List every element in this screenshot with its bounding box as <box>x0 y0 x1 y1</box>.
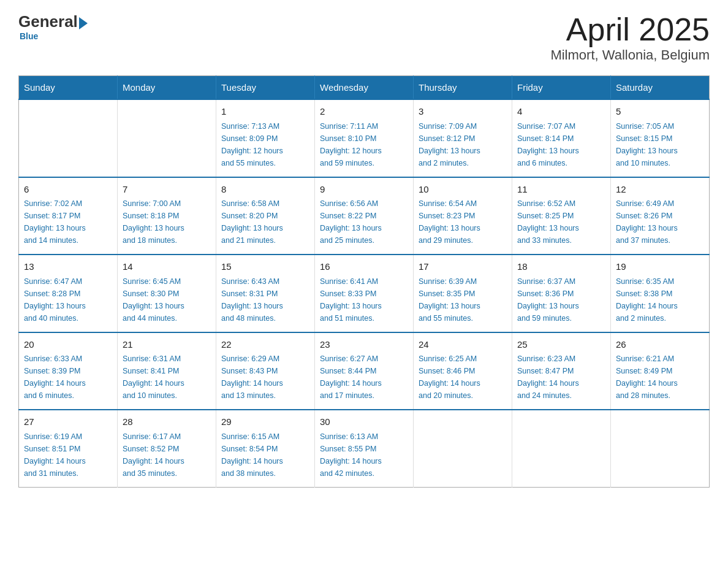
day-number: 27 <box>24 415 112 429</box>
day-info: Sunrise: 6:52 AMSunset: 8:25 PMDaylight:… <box>517 197 605 247</box>
day-info: Sunrise: 6:45 AMSunset: 8:30 PMDaylight:… <box>123 275 211 324</box>
calendar-cell <box>611 410 710 487</box>
day-number: 8 <box>221 183 309 197</box>
calendar-cell: 11Sunrise: 6:52 AMSunset: 8:25 PMDayligh… <box>512 177 611 255</box>
day-number: 21 <box>123 338 211 352</box>
day-number: 4 <box>517 105 605 119</box>
day-number: 12 <box>616 183 704 197</box>
calendar-cell: 12Sunrise: 6:49 AMSunset: 8:26 PMDayligh… <box>611 177 710 255</box>
calendar-cell: 7Sunrise: 7:00 AMSunset: 8:18 PMDaylight… <box>118 177 216 255</box>
header-day-friday: Friday <box>512 76 611 100</box>
day-number: 11 <box>517 183 605 197</box>
calendar-cell: 2Sunrise: 7:11 AMSunset: 8:10 PMDaylight… <box>315 99 414 177</box>
day-number: 18 <box>517 260 605 274</box>
calendar-cell: 20Sunrise: 6:33 AMSunset: 8:39 PMDayligh… <box>19 332 118 410</box>
calendar-cell: 28Sunrise: 6:17 AMSunset: 8:52 PMDayligh… <box>118 410 216 487</box>
day-info: Sunrise: 6:25 AMSunset: 8:46 PMDaylight:… <box>419 353 507 402</box>
calendar-cell: 4Sunrise: 7:07 AMSunset: 8:14 PMDaylight… <box>512 99 611 177</box>
calendar-cell: 15Sunrise: 6:43 AMSunset: 8:31 PMDayligh… <box>216 255 315 332</box>
calendar-cell: 25Sunrise: 6:23 AMSunset: 8:47 PMDayligh… <box>512 332 611 410</box>
day-info: Sunrise: 7:02 AMSunset: 8:17 PMDaylight:… <box>24 197 112 247</box>
day-info: Sunrise: 6:37 AMSunset: 8:36 PMDaylight:… <box>517 275 605 324</box>
day-info: Sunrise: 6:39 AMSunset: 8:35 PMDaylight:… <box>419 275 507 324</box>
day-info: Sunrise: 7:11 AMSunset: 8:10 PMDaylight:… <box>320 120 408 169</box>
day-info: Sunrise: 6:17 AMSunset: 8:52 PMDaylight:… <box>123 431 211 480</box>
header-day-thursday: Thursday <box>414 76 512 100</box>
calendar-cell: 9Sunrise: 6:56 AMSunset: 8:22 PMDaylight… <box>315 177 414 255</box>
calendar-cell: 8Sunrise: 6:58 AMSunset: 8:20 PMDaylight… <box>216 177 315 255</box>
title-block: April 2025 Milmort, Wallonia, Belgium <box>550 12 710 63</box>
day-info: Sunrise: 6:43 AMSunset: 8:31 PMDaylight:… <box>221 275 309 324</box>
calendar-cell <box>414 410 512 487</box>
day-info: Sunrise: 6:56 AMSunset: 8:22 PMDaylight:… <box>320 197 408 247</box>
day-number: 14 <box>123 260 211 274</box>
day-info: Sunrise: 6:27 AMSunset: 8:44 PMDaylight:… <box>320 353 408 402</box>
logo-general-text: General <box>18 12 78 31</box>
day-number: 2 <box>320 105 408 119</box>
calendar-week-3: 13Sunrise: 6:47 AMSunset: 8:28 PMDayligh… <box>19 255 710 332</box>
calendar-cell: 22Sunrise: 6:29 AMSunset: 8:43 PMDayligh… <box>216 332 315 410</box>
page-subtitle: Milmort, Wallonia, Belgium <box>550 47 710 63</box>
day-info: Sunrise: 6:47 AMSunset: 8:28 PMDaylight:… <box>24 275 112 324</box>
header-row: SundayMondayTuesdayWednesdayThursdayFrid… <box>19 76 710 100</box>
calendar-cell: 29Sunrise: 6:15 AMSunset: 8:54 PMDayligh… <box>216 410 315 487</box>
day-info: Sunrise: 7:00 AMSunset: 8:18 PMDaylight:… <box>123 197 211 247</box>
calendar-cell <box>118 99 216 177</box>
calendar-cell: 3Sunrise: 7:09 AMSunset: 8:12 PMDaylight… <box>414 99 512 177</box>
day-info: Sunrise: 6:23 AMSunset: 8:47 PMDaylight:… <box>517 353 605 402</box>
calendar-cell: 14Sunrise: 6:45 AMSunset: 8:30 PMDayligh… <box>118 255 216 332</box>
page-title: April 2025 <box>550 12 710 47</box>
calendar-cell: 27Sunrise: 6:19 AMSunset: 8:51 PMDayligh… <box>19 410 118 487</box>
day-info: Sunrise: 6:33 AMSunset: 8:39 PMDaylight:… <box>24 353 112 402</box>
day-number: 13 <box>24 260 112 274</box>
calendar-cell: 24Sunrise: 6:25 AMSunset: 8:46 PMDayligh… <box>414 332 512 410</box>
day-number: 1 <box>221 105 309 119</box>
calendar-cell: 17Sunrise: 6:39 AMSunset: 8:35 PMDayligh… <box>414 255 512 332</box>
calendar-body: 1Sunrise: 7:13 AMSunset: 8:09 PMDaylight… <box>19 99 710 487</box>
day-number: 3 <box>419 105 507 119</box>
header-day-saturday: Saturday <box>611 76 710 100</box>
day-info: Sunrise: 7:07 AMSunset: 8:14 PMDaylight:… <box>517 120 605 169</box>
day-number: 26 <box>616 338 704 352</box>
calendar-cell: 30Sunrise: 6:13 AMSunset: 8:55 PMDayligh… <box>315 410 414 487</box>
calendar-cell <box>19 99 118 177</box>
logo-blue-text: Blue <box>20 31 38 41</box>
day-number: 16 <box>320 260 408 274</box>
day-number: 7 <box>123 183 211 197</box>
logo: General Blue <box>18 12 88 41</box>
logo-arrow-icon <box>79 17 88 29</box>
calendar-cell: 19Sunrise: 6:35 AMSunset: 8:38 PMDayligh… <box>611 255 710 332</box>
calendar-header: SundayMondayTuesdayWednesdayThursdayFrid… <box>19 76 710 100</box>
header-day-wednesday: Wednesday <box>315 76 414 100</box>
day-number: 19 <box>616 260 704 274</box>
calendar-week-5: 27Sunrise: 6:19 AMSunset: 8:51 PMDayligh… <box>19 410 710 487</box>
day-info: Sunrise: 6:58 AMSunset: 8:20 PMDaylight:… <box>221 197 309 247</box>
calendar-cell: 23Sunrise: 6:27 AMSunset: 8:44 PMDayligh… <box>315 332 414 410</box>
day-info: Sunrise: 6:21 AMSunset: 8:49 PMDaylight:… <box>616 353 704 402</box>
day-number: 20 <box>24 338 112 352</box>
day-number: 23 <box>320 338 408 352</box>
day-info: Sunrise: 7:05 AMSunset: 8:15 PMDaylight:… <box>616 120 704 169</box>
day-number: 10 <box>419 183 507 197</box>
day-info: Sunrise: 6:49 AMSunset: 8:26 PMDaylight:… <box>616 197 704 247</box>
day-info: Sunrise: 6:31 AMSunset: 8:41 PMDaylight:… <box>123 353 211 402</box>
day-info: Sunrise: 7:13 AMSunset: 8:09 PMDaylight:… <box>221 120 309 169</box>
day-info: Sunrise: 6:35 AMSunset: 8:38 PMDaylight:… <box>616 275 704 324</box>
calendar-cell: 13Sunrise: 6:47 AMSunset: 8:28 PMDayligh… <box>19 255 118 332</box>
calendar-week-4: 20Sunrise: 6:33 AMSunset: 8:39 PMDayligh… <box>19 332 710 410</box>
day-number: 6 <box>24 183 112 197</box>
day-number: 17 <box>419 260 507 274</box>
calendar-cell: 10Sunrise: 6:54 AMSunset: 8:23 PMDayligh… <box>414 177 512 255</box>
calendar-cell: 18Sunrise: 6:37 AMSunset: 8:36 PMDayligh… <box>512 255 611 332</box>
calendar-cell: 16Sunrise: 6:41 AMSunset: 8:33 PMDayligh… <box>315 255 414 332</box>
day-info: Sunrise: 6:13 AMSunset: 8:55 PMDaylight:… <box>320 431 408 480</box>
day-number: 25 <box>517 338 605 352</box>
day-number: 15 <box>221 260 309 274</box>
calendar-cell: 5Sunrise: 7:05 AMSunset: 8:15 PMDaylight… <box>611 99 710 177</box>
day-number: 28 <box>123 415 211 429</box>
day-info: Sunrise: 7:09 AMSunset: 8:12 PMDaylight:… <box>419 120 507 169</box>
day-number: 9 <box>320 183 408 197</box>
calendar-cell: 26Sunrise: 6:21 AMSunset: 8:49 PMDayligh… <box>611 332 710 410</box>
calendar-week-2: 6Sunrise: 7:02 AMSunset: 8:17 PMDaylight… <box>19 177 710 255</box>
day-info: Sunrise: 6:29 AMSunset: 8:43 PMDaylight:… <box>221 353 309 402</box>
